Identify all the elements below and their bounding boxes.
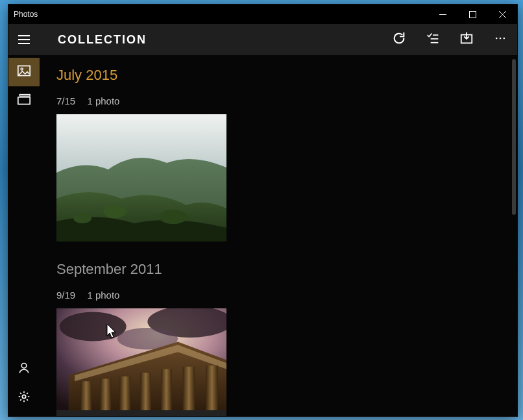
group-count: 1 photo bbox=[87, 290, 119, 301]
group-date: 9/19 bbox=[56, 290, 75, 301]
hamburger-menu-button[interactable] bbox=[8, 24, 40, 55]
person-icon bbox=[18, 362, 30, 377]
svg-rect-37 bbox=[206, 365, 218, 410]
group-date: 7/15 bbox=[56, 95, 75, 106]
scrollbar[interactable] bbox=[511, 55, 517, 416]
svg-point-14 bbox=[504, 38, 505, 40]
svg-rect-31 bbox=[80, 381, 91, 410]
refresh-icon bbox=[392, 31, 406, 48]
app-body: July 2015 7/15 1 photo bbox=[8, 55, 517, 416]
scrollbar-thumb[interactable] bbox=[512, 59, 516, 215]
svg-point-22 bbox=[73, 213, 91, 223]
import-button[interactable] bbox=[450, 24, 483, 55]
photos-window: Photos COLLECTION bbox=[8, 4, 518, 417]
window-controls bbox=[428, 5, 517, 24]
more-button[interactable] bbox=[483, 24, 517, 55]
albums-icon bbox=[18, 93, 30, 108]
page-title: COLLECTION bbox=[58, 33, 147, 47]
close-button[interactable] bbox=[487, 5, 517, 24]
import-icon bbox=[459, 31, 474, 48]
sidebar-item-collection[interactable] bbox=[8, 58, 40, 86]
svg-point-12 bbox=[496, 38, 498, 40]
checklist-icon bbox=[426, 32, 439, 47]
group-title[interactable]: September 2011 bbox=[56, 261, 500, 278]
svg-rect-17 bbox=[19, 95, 30, 97]
group-count: 1 photo bbox=[87, 95, 119, 106]
titlebar[interactable]: Photos bbox=[8, 5, 517, 24]
svg-rect-34 bbox=[140, 373, 151, 410]
svg-rect-32 bbox=[100, 379, 111, 411]
svg-rect-33 bbox=[119, 377, 130, 410]
sidebar-item-signin[interactable] bbox=[8, 355, 40, 384]
svg-point-20 bbox=[22, 395, 25, 398]
sidebar bbox=[8, 55, 40, 416]
sidebar-item-settings[interactable] bbox=[8, 384, 40, 412]
svg-point-26 bbox=[60, 312, 127, 341]
date-group: July 2015 7/15 1 photo bbox=[56, 67, 500, 241]
select-button[interactable] bbox=[416, 24, 450, 55]
svg-point-16 bbox=[21, 68, 23, 70]
sidebar-item-albums[interactable] bbox=[8, 86, 40, 115]
gear-icon bbox=[18, 390, 30, 406]
command-bar: COLLECTION bbox=[8, 24, 517, 55]
svg-rect-18 bbox=[18, 97, 30, 105]
photo-icon bbox=[18, 65, 30, 79]
photo-thumbnail[interactable] bbox=[56, 114, 226, 241]
minimize-button[interactable] bbox=[428, 5, 457, 24]
group-subtitle: 7/15 1 photo bbox=[56, 95, 500, 106]
svg-rect-36 bbox=[183, 367, 195, 410]
photo-thumbnail[interactable] bbox=[56, 308, 226, 416]
svg-point-24 bbox=[159, 210, 188, 224]
content-area[interactable]: July 2015 7/15 1 photo bbox=[40, 55, 517, 416]
svg-point-13 bbox=[500, 38, 502, 40]
svg-rect-1 bbox=[469, 11, 476, 18]
refresh-button[interactable] bbox=[382, 24, 416, 55]
maximize-button[interactable] bbox=[457, 5, 487, 24]
group-subtitle: 9/19 1 photo bbox=[56, 290, 500, 301]
svg-point-23 bbox=[103, 205, 127, 218]
window-title: Photos bbox=[14, 10, 38, 19]
svg-point-19 bbox=[21, 364, 27, 369]
date-group: September 2011 9/19 1 photo bbox=[56, 261, 500, 416]
group-title[interactable]: July 2015 bbox=[56, 67, 500, 84]
ellipsis-icon bbox=[494, 32, 507, 47]
svg-rect-35 bbox=[161, 369, 172, 411]
